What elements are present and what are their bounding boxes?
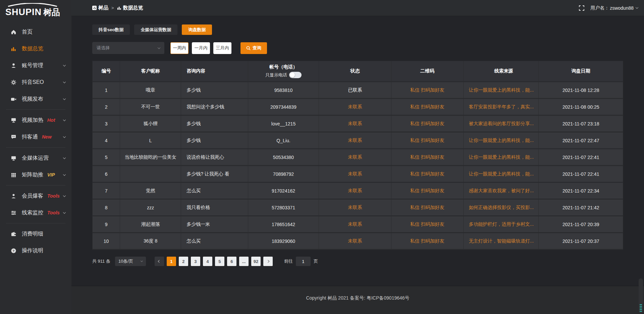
qrcode-link[interactable]: 私信 扫码加好友 xyxy=(410,138,444,143)
page-button[interactable]: 6 xyxy=(227,257,236,266)
cell-nickname: 潮起潮落 xyxy=(120,216,181,233)
sidebar-item-account-management[interactable]: 账号管理 xyxy=(0,57,71,74)
cell-content: 怎么买 xyxy=(181,233,248,250)
fullscreen-icon[interactable] xyxy=(579,5,584,11)
sidebar-item-data-overview[interactable]: 数据总览 xyxy=(0,40,71,57)
qrcode-link[interactable]: 私信 扫码加好友 xyxy=(410,238,444,244)
table-row: 1 哦章 多少钱 9583810 已联系 私信 扫码加好友 让你一眼就爱上的黑科… xyxy=(93,82,623,99)
tab-omnimedia-data[interactable]: 全媒体运营数据 xyxy=(134,24,177,35)
qrcode-link[interactable]: 私信 扫码加好友 xyxy=(410,171,444,176)
prev-page-button[interactable] xyxy=(155,257,164,266)
sidebar-item-spending-details[interactable]: 消费明细 xyxy=(0,225,71,242)
chevron-down-icon xyxy=(63,63,66,66)
qrcode-link[interactable]: 私信 扫码加好友 xyxy=(410,154,444,160)
sidebar-divider xyxy=(6,223,65,223)
qrcode-link[interactable]: 私信 扫码加好友 xyxy=(410,221,444,227)
cell-account: 50534380 xyxy=(248,149,319,166)
sidebar-item-omnimedia[interactable]: 全媒体运营 xyxy=(0,150,71,166)
cell-date: 2021-11-08 00:25 xyxy=(539,99,623,115)
range-quarter-button[interactable]: 三月内 xyxy=(213,42,231,54)
qrcode-link[interactable]: 私信 扫码加好友 xyxy=(410,87,444,93)
sidebar-item-douketong[interactable]: 抖客通 New xyxy=(0,128,71,145)
page-button[interactable]: 92 xyxy=(251,257,261,266)
new-badge: New xyxy=(42,134,52,140)
sidebar-item-member-burst[interactable]: 会员爆客 Tools xyxy=(0,188,71,204)
breadcrumb-current[interactable]: 数据总览 xyxy=(117,5,143,11)
tab-douyin-seo-data[interactable]: 抖音seo数据 xyxy=(92,24,130,35)
next-page-button[interactable] xyxy=(263,257,273,266)
user-menu[interactable]: 用户名：zswodun88 xyxy=(590,5,638,11)
status-badge: 未联系 xyxy=(348,188,362,193)
cell-date: 2021-11-08 12:28 xyxy=(539,82,623,99)
source-link[interactable]: 让你一眼就爱上的黑科技，能... xyxy=(469,87,534,93)
table-row: 6 多少钱? 让我死心 看 70898792 未联系 私信 扫码加好友 让你一眼… xyxy=(93,166,623,182)
cell-account: 70898792 xyxy=(248,166,319,182)
page-button[interactable]: 5 xyxy=(215,257,224,266)
tab-inquiry-data[interactable]: 询盘数据 xyxy=(182,24,212,35)
chevron-down-icon xyxy=(63,156,66,159)
cell-no: 2 xyxy=(93,99,120,115)
content: 抖音seo数据 全媒体运营数据 询盘数据 请选择 一周内 一月内 三月内 查询 xyxy=(71,16,644,286)
monitor-icon xyxy=(10,155,17,161)
cell-account: love__1215 xyxy=(248,115,319,132)
range-week-button[interactable]: 一周内 xyxy=(170,42,189,54)
sidebar-item-video-heat[interactable]: 视频加热 Hot xyxy=(0,112,71,128)
qrcode-link[interactable]: 私信 扫码加好友 xyxy=(410,205,444,210)
range-month-button[interactable]: 一月内 xyxy=(192,42,210,54)
qrcode-link[interactable]: 私信 扫码加好友 xyxy=(410,121,444,126)
phone-only-toggle[interactable] xyxy=(289,72,302,78)
cell-nickname: 哦章 xyxy=(120,82,181,99)
member-icon xyxy=(10,193,17,199)
sidebar-item-instructions[interactable]: ? 操作说明 xyxy=(0,242,71,259)
scrollbar[interactable] xyxy=(639,278,643,313)
chevron-down-icon xyxy=(158,46,160,49)
gear-icon xyxy=(10,79,17,86)
page-button[interactable]: 2 xyxy=(179,257,188,266)
source-link[interactable]: 感谢大家喜欢我家，被问了好... xyxy=(469,188,534,193)
page-button[interactable]: 1 xyxy=(167,257,176,266)
cell-content: 说说价格让我死心 xyxy=(181,149,248,166)
source-link[interactable]: 让你一眼就爱上的黑科技，能... xyxy=(469,154,534,160)
page-button[interactable]: 3 xyxy=(191,257,200,266)
source-link[interactable]: 让你一眼就爱上的黑科技，能... xyxy=(469,138,534,143)
sidebar-item-lead-monitor[interactable]: 线索监控 Tools xyxy=(0,204,71,221)
source-link[interactable]: 如何正确选择投影仪，买投影... xyxy=(469,205,534,210)
chevron-down-icon xyxy=(63,211,66,213)
logo-text-cn: 树品 xyxy=(43,7,60,18)
breadcrumb-root[interactable]: 树品 xyxy=(92,5,108,11)
qrcode-link[interactable]: 私信 扫码加好友 xyxy=(410,104,444,109)
source-link[interactable]: 多功能护栏灯，适用于乡村文... xyxy=(469,221,534,227)
goto-label: 前往 xyxy=(284,258,293,264)
brand-logo: SHUPIN 树品 xyxy=(0,0,71,21)
qrcode-link[interactable]: 私信 扫码加好友 xyxy=(410,188,444,193)
chevron-down-icon xyxy=(63,97,66,100)
vip-badge: VIP xyxy=(47,172,55,177)
sidebar-item-video-publish[interactable]: 视频发布 xyxy=(0,91,71,107)
header-source: 线索来源 xyxy=(463,61,539,82)
chevron-down-icon xyxy=(63,118,66,121)
cell-no: 8 xyxy=(93,199,120,216)
cell-no: 1 xyxy=(93,82,120,99)
filter-select[interactable]: 请选择 xyxy=(92,42,164,54)
search-button[interactable]: 查询 xyxy=(240,42,267,54)
goto-unit: 页 xyxy=(314,258,318,264)
sidebar-item-douyin-seo[interactable]: 抖音SEO xyxy=(0,74,71,91)
source-link[interactable]: 客厅安装投影半年多了，真实... xyxy=(469,104,534,109)
source-link[interactable]: 无主灯设计，智能磁吸轨道灯... xyxy=(469,238,534,244)
svg-text:?: ? xyxy=(12,249,14,252)
sidebar-item-home[interactable]: 首页 xyxy=(0,23,71,40)
sidebar-item-matrix-boost[interactable]: 矩阵助推 VIP xyxy=(0,166,71,183)
status-badge: 未联系 xyxy=(348,205,362,210)
bar-chart-icon xyxy=(10,45,17,52)
cell-content: 多少钱 xyxy=(181,115,248,132)
source-link[interactable]: 被大家追着问的客厅投影分享... xyxy=(469,121,534,126)
cell-no: 5 xyxy=(93,149,120,166)
status-badge: 未联系 xyxy=(348,104,362,109)
source-link[interactable]: 让你一眼就爱上的黑科技，能... xyxy=(469,171,534,176)
sidebar-menu: 首页 数据总览 账号管理 抖音SEO 视频发布 xyxy=(0,23,71,259)
cell-no: 10 xyxy=(93,233,120,250)
page-button[interactable]: 4 xyxy=(203,257,212,266)
goto-page-input[interactable] xyxy=(296,257,311,266)
page-button[interactable]: ... xyxy=(239,257,249,266)
page-size-select[interactable]: 10条/页 xyxy=(115,257,146,266)
